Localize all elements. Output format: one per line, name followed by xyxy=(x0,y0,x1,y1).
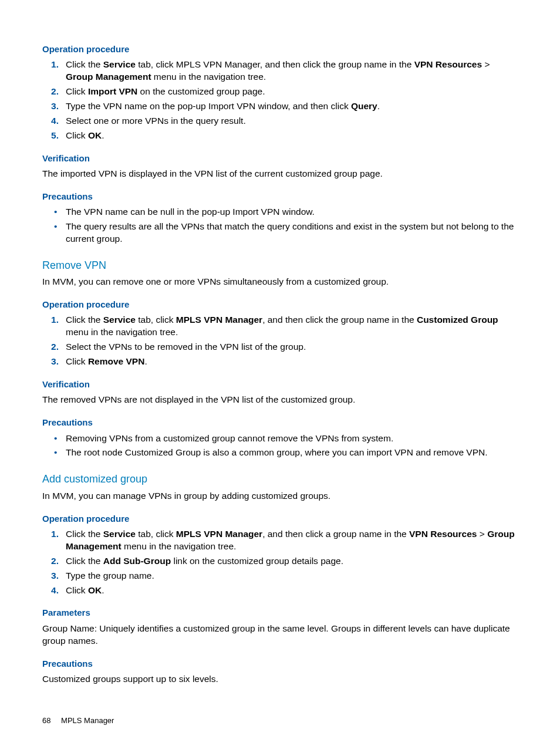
bullet-item: The query results are all the VPNs that … xyxy=(66,221,518,245)
heading-precautions: Precautions xyxy=(42,417,518,428)
step-item: Click the Service tab, click MPLS VPN Ma… xyxy=(60,528,518,553)
steps-list-1: Click the Service tab, click MPLS VPN Ma… xyxy=(42,59,518,142)
heading-verification: Verification xyxy=(42,153,518,164)
step-item: Select one or more VPNs in the query res… xyxy=(60,115,518,127)
heading-operation-procedure: Operation procedure xyxy=(42,299,518,310)
step-item: Click the Add Sub-Group link on the cust… xyxy=(60,555,518,568)
step-item: Click the Service tab, click MPLS VPN Ma… xyxy=(60,59,518,83)
heading-precautions: Precautions xyxy=(42,191,518,202)
precautions-text: Customized groups support up to six leve… xyxy=(42,673,518,686)
heading-remove-vpn: Remove VPN xyxy=(42,258,518,272)
intro-text: In MVM, you can remove one or more VPNs … xyxy=(42,276,518,288)
heading-add-customized-group: Add customized group xyxy=(42,472,518,486)
step-item: Click OK. xyxy=(60,130,518,142)
heading-operation-procedure: Operation procedure xyxy=(42,43,518,55)
step-item: Click OK. xyxy=(60,585,518,597)
heading-verification: Verification xyxy=(42,379,518,390)
step-item: Type the group name. xyxy=(60,570,518,582)
step-item: Select the VPNs to be removed in the VPN… xyxy=(60,341,518,353)
precautions-list-1: The VPN name can be null in the pop-up I… xyxy=(42,206,518,245)
heading-operation-procedure: Operation procedure xyxy=(42,513,518,525)
bullet-item: Removing VPNs from a customized group ca… xyxy=(66,433,518,445)
steps-list-3: Click the Service tab, click MPLS VPN Ma… xyxy=(42,528,518,597)
heading-precautions: Precautions xyxy=(42,658,518,670)
precautions-list-2: Removing VPNs from a customized group ca… xyxy=(42,433,518,460)
steps-list-2: Click the Service tab, click MPLS VPN Ma… xyxy=(42,314,518,368)
parameters-text: Group Name: Uniquely identifies a custom… xyxy=(42,623,518,647)
step-item: Click Import VPN on the customized group… xyxy=(60,86,518,98)
bullet-item: The root node Customized Group is also a… xyxy=(66,447,518,459)
verification-text: The imported VPN is displayed in the VPN… xyxy=(42,168,518,180)
step-item: Type the VPN name on the pop-up Import V… xyxy=(60,100,518,113)
step-item: Click the Service tab, click MPLS VPN Ma… xyxy=(60,314,518,339)
bullet-item: The VPN name can be null in the pop-up I… xyxy=(66,206,518,218)
verification-text: The removed VPNs are not displayed in th… xyxy=(42,394,518,406)
intro-text: In MVM, you can manage VPNs in group by … xyxy=(42,490,518,502)
heading-parameters: Parameters xyxy=(42,607,518,619)
step-item: Click Remove VPN. xyxy=(60,356,518,368)
